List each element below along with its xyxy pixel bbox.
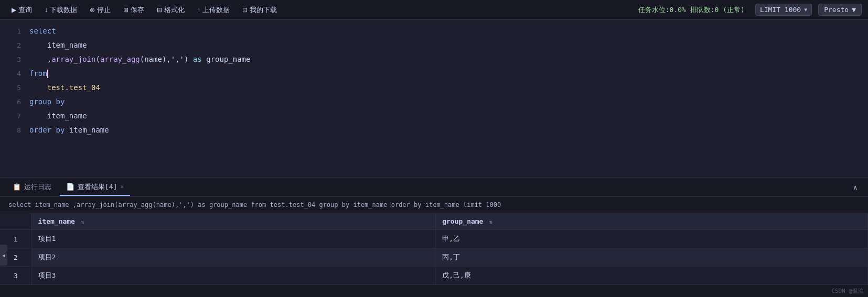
token-kw: group by — [29, 97, 65, 106]
token-id: item_name — [65, 126, 109, 134]
token-id: item_name — [29, 41, 87, 49]
result-table-wrapper[interactable]: ◀ item_name ⇅ group_name ⇅ 1项目1甲,乙2项目2丙,… — [0, 213, 868, 297]
limit-select[interactable]: LIMIT 1000 ▼ — [755, 4, 812, 16]
results-icon: 📄 — [66, 183, 74, 191]
log-icon: 📋 — [13, 183, 21, 191]
engine-select[interactable]: Presto ▼ — [818, 4, 862, 16]
stop-icon: ⊗ — [90, 6, 95, 14]
code-line: 4from — [0, 67, 868, 81]
code-line: 5 test.test_04 — [0, 81, 868, 95]
token-id: ( — [95, 55, 100, 63]
watermark: CSDN @侃渝 — [831, 287, 864, 295]
save-button[interactable]: ⊞ 保存 — [118, 3, 149, 17]
query-info: select item_name ,array_join(array_agg(n… — [0, 197, 868, 213]
code-editor[interactable]: 1select2 item_name3 ,array_join(array_ag… — [0, 20, 868, 178]
result-table: item_name ⇅ group_name ⇅ 1项目1甲,乙2项目2丙,丁3… — [0, 213, 868, 285]
col-header-item_name[interactable]: item_name ⇅ — [31, 213, 436, 230]
cell-group_name: 甲,乙 — [436, 230, 868, 248]
token-as-kw: as — [193, 55, 202, 63]
col-header-group_name[interactable]: group_name ⇅ — [436, 213, 868, 230]
line-number: 3 — [2, 52, 29, 67]
mydownload-icon: ⊡ — [242, 6, 248, 14]
close-tab-button[interactable]: ✕ — [120, 183, 124, 190]
col-header-rownum — [0, 213, 31, 230]
code-line: 8order by item_name — [0, 123, 868, 137]
line-content: select — [29, 24, 868, 38]
upload-icon: ↑ — [197, 6, 200, 14]
tab-results[interactable]: 📄 查看结果[4] ✕ — [60, 179, 130, 196]
line-content: order by item_name — [29, 123, 868, 137]
upload-button[interactable]: ↑ 上传数据 — [192, 3, 235, 17]
tab-log[interactable]: 📋 运行日志 — [6, 179, 58, 196]
code-line: 1select — [0, 24, 868, 38]
token-id: (name),',') — [140, 55, 193, 63]
sort-icon: ⇅ — [81, 219, 84, 225]
line-number: 4 — [2, 67, 29, 81]
status-text: 任务水位:0.0% 排队数:0 (正常) — [638, 5, 745, 15]
toolbar: ▶ 查询 ↓ 下载数据 ⊗ 停止 ⊞ 保存 ⊟ 格式化 ↑ 上传数据 ⊡ 我的下… — [0, 0, 868, 20]
token-tbl: test.test_04 — [47, 83, 100, 92]
cell-group_name: 丙,丁 — [436, 248, 868, 267]
save-icon: ⊞ — [123, 6, 128, 14]
table-row: 3项目3戊,己,庚 — [0, 267, 868, 285]
play-icon: ▶ — [12, 6, 16, 14]
line-number: 7 — [2, 109, 29, 123]
chevron-down-icon: ▼ — [804, 7, 807, 13]
code-line: 2 item_name — [0, 38, 868, 52]
format-icon: ⊟ — [157, 6, 162, 14]
panel-tabs: 📋 运行日志 📄 查看结果[4] ✕ ∧ — [0, 178, 868, 197]
line-content: test.test_04 — [29, 81, 868, 95]
line-number: 1 — [2, 24, 29, 38]
token-fn: array_agg — [100, 55, 140, 63]
token-id: item_name — [29, 112, 87, 120]
token-kw: order by — [29, 126, 65, 134]
row-number: 3 — [0, 267, 31, 285]
line-content: item_name — [29, 109, 868, 123]
token-id — [29, 83, 47, 92]
line-number: 8 — [2, 123, 29, 137]
format-button[interactable]: ⊟ 格式化 — [152, 3, 190, 17]
token-kw: from — [29, 69, 47, 78]
collapse-button[interactable]: ∧ — [849, 181, 862, 194]
line-number: 5 — [2, 81, 29, 95]
cell-group_name: 戊,己,庚 — [436, 267, 868, 285]
table-row: 1项目1甲,乙 — [0, 230, 868, 248]
code-line: 6group by — [0, 95, 868, 109]
mydownload-button[interactable]: ⊡ 我的下载 — [237, 3, 282, 17]
table-header-row: item_name ⇅ group_name ⇅ — [0, 213, 868, 230]
result-table-body: 1项目1甲,乙2项目2丙,丁3项目3戊,己,庚 — [0, 230, 868, 285]
editor-content: 1select2 item_name3 ,array_join(array_ag… — [0, 20, 868, 141]
left-panel-arrow[interactable]: ◀ — [0, 245, 7, 266]
text-cursor — [47, 70, 48, 78]
token-id: , — [29, 55, 51, 63]
code-line: 7 item_name — [0, 109, 868, 123]
line-content: item_name — [29, 38, 868, 52]
line-content: group by — [29, 95, 868, 109]
line-content: ,array_join(array_agg(name),',') as grou… — [29, 52, 868, 67]
line-number: 2 — [2, 38, 29, 52]
line-number: 6 — [2, 95, 29, 109]
chevron-down-icon: ▼ — [852, 6, 856, 14]
cell-item_name: 项目2 — [31, 248, 436, 267]
line-content: from — [29, 67, 868, 81]
token-fn: array_join — [51, 55, 95, 63]
table-row: 2项目2丙,丁 — [0, 248, 868, 267]
code-line: 3 ,array_join(array_agg(name),',') as gr… — [0, 52, 868, 67]
download-icon: ↓ — [45, 6, 48, 14]
cell-item_name: 项目1 — [31, 230, 436, 248]
download-button[interactable]: ↓ 下载数据 — [39, 3, 82, 17]
token-kw: select — [29, 27, 56, 35]
bottom-panel: 📋 运行日志 📄 查看结果[4] ✕ ∧ select item_name ,a… — [0, 178, 868, 297]
sort-icon: ⇅ — [489, 219, 492, 225]
token-id: group_name — [202, 55, 251, 63]
query-button[interactable]: ▶ 查询 — [6, 3, 37, 17]
cell-item_name: 项目3 — [31, 267, 436, 285]
stop-button[interactable]: ⊗ 停止 — [84, 3, 116, 17]
